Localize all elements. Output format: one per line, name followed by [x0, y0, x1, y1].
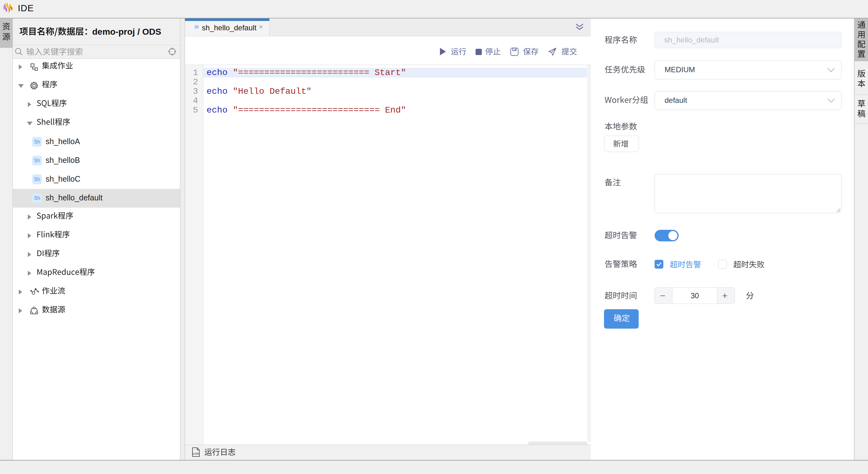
- svg-text:LOG: LOG: [193, 452, 199, 455]
